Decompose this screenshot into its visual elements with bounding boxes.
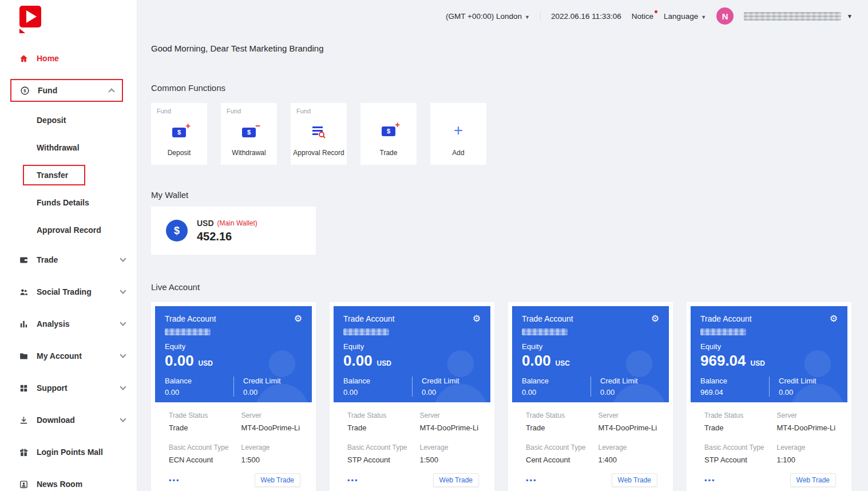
- wallet-tag: (Main Wallet): [217, 219, 257, 227]
- sidebar-item-label: Analysis: [37, 319, 70, 328]
- function-card-approval-record[interactable]: Fund Approval Record: [291, 103, 347, 165]
- server-field: Server MT4-DooPrime-Li...: [599, 411, 658, 432]
- settings-gear-icon[interactable]: ⚙: [294, 314, 302, 323]
- sidebar-item-funds-details[interactable]: Funds Details: [0, 189, 137, 216]
- balance-label: Balance: [700, 377, 769, 385]
- sidebar-item-withdrawal[interactable]: Withdrawal: [0, 134, 137, 161]
- add-icon: +: [430, 112, 486, 149]
- web-trade-button[interactable]: Web Trade: [255, 473, 300, 487]
- account-card-title: Trade Account: [165, 314, 216, 323]
- web-trade-button[interactable]: Web Trade: [790, 473, 836, 487]
- my-account-icon: [18, 351, 29, 361]
- sidebar-item-trade[interactable]: Trade: [0, 244, 137, 276]
- usd-wallet-icon: $: [166, 220, 188, 241]
- sidebar-item-support[interactable]: Support: [0, 372, 137, 404]
- sidebar-item-label: Social Trading: [37, 287, 92, 296]
- account-card-body: Trade Status Trade Server MT4-DooPrime-L…: [512, 402, 669, 487]
- server-field: Server MT4-DooPrime-Li...: [241, 411, 301, 432]
- datetime: 2022.06.16 11:33:06: [551, 12, 621, 21]
- server-field: Server MT4-DooPrime-Li...: [420, 411, 479, 432]
- section-title-live-account: Live Account: [151, 282, 853, 292]
- function-card-withdrawal[interactable]: Fund $− Withdrawal: [221, 103, 277, 165]
- fund-icon: $: [19, 85, 30, 96]
- chevron-down-icon: [120, 319, 126, 326]
- main-content: (GMT +00:00) London▼ 2022.06.16 11:33:06…: [137, 0, 868, 491]
- sidebar-item-fund[interactable]: $ Fund: [10, 79, 123, 102]
- chevron-up-icon: [108, 88, 114, 94]
- web-trade-button[interactable]: Web Trade: [612, 473, 657, 487]
- trade-status-field: Trade Status Trade: [526, 411, 599, 432]
- greeting: Good Morning, Dear Test Marketing Brandi…: [151, 43, 853, 53]
- wallet-currency: USD: [197, 219, 214, 228]
- account-card-header: Trade Account ⚙ Equity 0.00 USD Balance …: [155, 306, 312, 402]
- more-actions-icon[interactable]: •••: [704, 476, 716, 485]
- leverage-field: Leverage 1:500: [420, 444, 479, 464]
- balance-value: 0.00: [522, 388, 590, 397]
- trade-status-field: Trade Status Trade: [347, 411, 420, 432]
- account-card-header: Trade Account ⚙ Equity 0.00 USD Balance …: [334, 306, 490, 402]
- login-points-mall-icon: [18, 447, 29, 457]
- equity-currency: USD: [751, 359, 765, 367]
- sidebar-subitem-label: Funds Details: [37, 198, 89, 207]
- account-number-blurred: [343, 328, 389, 335]
- leverage-field: Leverage 1:100: [777, 444, 837, 464]
- sidebar-item-login-points-mall[interactable]: Login Points Mall: [0, 436, 137, 468]
- more-actions-icon[interactable]: •••: [526, 476, 537, 485]
- function-card-trade[interactable]: $+ Trade: [360, 103, 417, 165]
- function-card-add[interactable]: + Add: [430, 103, 486, 165]
- leverage-field: Leverage 1:400: [599, 444, 658, 464]
- download-icon: [18, 415, 29, 425]
- account-type-field: Basic Account Type STP Account: [704, 444, 777, 464]
- notification-dot: [655, 10, 657, 13]
- chevron-down-icon: [120, 287, 126, 294]
- settings-gear-icon[interactable]: ⚙: [651, 314, 659, 323]
- sidebar-item-deposit[interactable]: Deposit: [0, 106, 137, 134]
- account-type-field: Basic Account Type STP Account: [347, 444, 420, 464]
- function-label: Withdrawal: [221, 149, 277, 165]
- sidebar-item-analysis[interactable]: Analysis: [0, 308, 137, 340]
- trade-account-card: Trade Account ⚙ Equity 0.00 USC Balance …: [508, 302, 673, 491]
- equity-currency: USD: [377, 359, 391, 367]
- timezone-selector[interactable]: (GMT +00:00) London▼: [446, 12, 530, 21]
- topbar-divider: [540, 12, 541, 21]
- sidebar-item-download[interactable]: Download: [0, 404, 137, 436]
- sidebar-item-home[interactable]: Home: [0, 42, 137, 74]
- sidebar-item-transfer[interactable]: Transfer: [0, 161, 137, 189]
- function-card-deposit[interactable]: Fund $+ Deposit: [151, 103, 207, 165]
- sidebar-item-news-room[interactable]: News Room: [0, 468, 137, 491]
- account-number-blurred: [700, 328, 746, 335]
- trade-account-card: Trade Account ⚙ Equity 969.04 USD Balanc…: [687, 302, 851, 491]
- trade-icon: [18, 255, 29, 265]
- avatar[interactable]: N: [716, 7, 734, 25]
- caret-down-icon: ▼: [701, 14, 706, 20]
- function-category: Fund: [151, 103, 207, 114]
- settings-gear-icon[interactable]: ⚙: [830, 314, 838, 323]
- deposit-icon: $+: [151, 114, 207, 149]
- more-actions-icon[interactable]: •••: [169, 476, 180, 485]
- function-label: Deposit: [151, 149, 207, 165]
- sidebar-item-label: Home: [37, 54, 59, 63]
- sidebar-item-label: Fund: [38, 86, 57, 95]
- sidebar-item-approval-record[interactable]: Approval Record: [0, 216, 137, 244]
- balance-label: Balance: [165, 377, 233, 385]
- balance-label: Balance: [343, 377, 412, 385]
- sidebar-item-label: News Room: [37, 480, 82, 489]
- topbar: (GMT +00:00) London▼ 2022.06.16 11:33:06…: [151, 0, 853, 32]
- sidebar: Home $ Fund Deposit Withdrawal Transfer …: [0, 0, 137, 491]
- more-actions-icon[interactable]: •••: [347, 476, 359, 485]
- live-account-row: Trade Account ⚙ Equity 0.00 USD Balance …: [151, 302, 853, 491]
- sidebar-item-my-account[interactable]: My Account: [0, 340, 137, 372]
- equity-value: 0.00: [522, 352, 551, 370]
- language-selector[interactable]: Language▼: [664, 12, 706, 21]
- trade-status-field: Trade Status Trade: [169, 411, 241, 432]
- news-room-icon: [18, 479, 29, 489]
- function-label: Add: [430, 149, 486, 165]
- sidebar-item-social-trading[interactable]: Social Trading: [0, 276, 137, 308]
- account-type-field: Basic Account Type Cent Account: [526, 444, 599, 464]
- language-label: Language: [664, 12, 698, 21]
- notice-link[interactable]: Notice: [632, 12, 653, 21]
- function-category: [430, 103, 486, 112]
- web-trade-button[interactable]: Web Trade: [433, 473, 479, 487]
- user-menu-caret-icon[interactable]: ▼: [847, 13, 853, 19]
- settings-gear-icon[interactable]: ⚙: [473, 314, 481, 323]
